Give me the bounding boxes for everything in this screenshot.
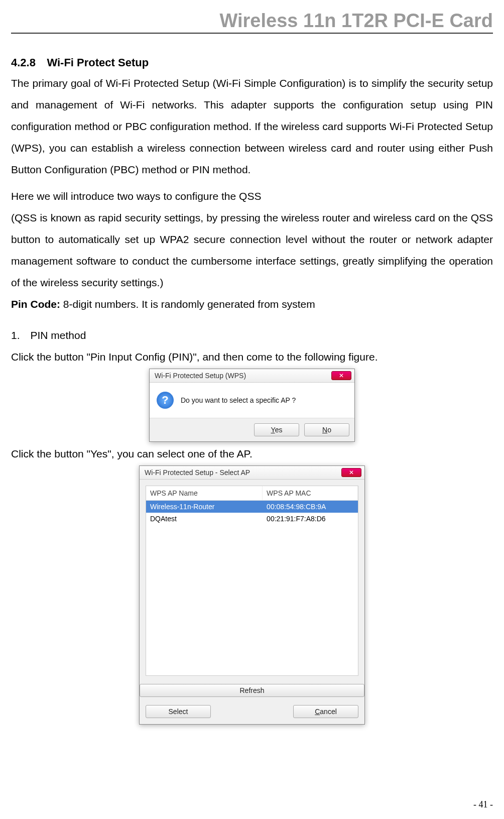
close-icon[interactable]: ✕ <box>341 468 361 477</box>
dialog-message: Do you want to select a specific AP ? <box>181 396 296 404</box>
col-header-name[interactable]: WPS AP Name <box>146 486 263 500</box>
close-icon[interactable]: ✕ <box>331 371 351 380</box>
wps-confirm-dialog: Wi-Fi Protected Setup (WPS) ✕ ? Do you w… <box>149 369 355 442</box>
no-button[interactable]: No <box>304 423 349 436</box>
pincode-text: 8-digit numbers. It is randomly generate… <box>60 298 315 310</box>
dialog2-title: Wi-Fi Protected Setup - Select AP <box>145 469 250 477</box>
table-row[interactable]: Wireless-11n-Router 00:08:54:98:CB:9A <box>146 501 358 513</box>
ap-name-cell: Wireless-11n-Router <box>146 501 263 513</box>
page-title-bar: Wireless 11n 1T2R PCI-E Card <box>11 10 493 34</box>
ap-mac-cell: 00:21:91:F7:A8:D6 <box>263 513 358 525</box>
dialog2-titlebar: Wi-Fi Protected Setup - Select AP ✕ <box>140 466 364 480</box>
table-row[interactable]: DQAtest 00:21:91:F7:A8:D6 <box>146 513 358 525</box>
refresh-button[interactable]: Refresh <box>140 684 364 697</box>
yes-button[interactable]: Yes <box>254 423 299 436</box>
paragraph-intro: The primary goal of Wi-Fi Protected Setu… <box>11 72 493 180</box>
dialog-titlebar: Wi-Fi Protected Setup (WPS) ✕ <box>150 369 354 383</box>
col-header-mac[interactable]: WPS AP MAC <box>263 486 358 500</box>
list-item-pin-method: 1. PIN method <box>11 324 493 346</box>
ap-list-header: WPS AP Name WPS AP MAC <box>146 486 358 501</box>
dialog2-bottom-row: Select Cancel <box>140 702 364 724</box>
page-number: - 41 - <box>473 799 493 810</box>
pincode-label: Pin Code: <box>11 298 60 310</box>
figure-caption-1: Click the button "Pin Input Config (PIN)… <box>11 346 493 368</box>
ap-list-panel: WPS AP Name WPS AP MAC Wireless-11n-Rout… <box>146 486 358 676</box>
cancel-button[interactable]: Cancel <box>293 705 358 718</box>
dialog-button-row: Yes No <box>150 418 354 441</box>
paragraph-qss-detail: (QSS is known as rapid security settings… <box>11 207 493 293</box>
paragraph-qss-intro: Here we will introduce two ways to confi… <box>11 185 493 207</box>
figure-caption-2: Click the button "Yes", you can select o… <box>11 443 493 464</box>
refresh-row: Refresh <box>140 682 364 702</box>
question-icon: ? <box>157 392 174 409</box>
ap-mac-cell: 00:08:54:98:CB:9A <box>263 501 358 513</box>
page-title: Wireless 11n 1T2R PCI-E Card <box>219 10 493 31</box>
select-button[interactable]: Select <box>146 705 211 718</box>
section-number: 4.2.8 <box>11 56 36 69</box>
section-heading: Wi-Fi Protect Setup <box>47 56 149 69</box>
list-empty-area <box>146 525 358 675</box>
ap-name-cell: DQAtest <box>146 513 263 525</box>
section-header: 4.2.8 Wi-Fi Protect Setup <box>11 56 493 69</box>
dialog-title: Wi-Fi Protected Setup (WPS) <box>155 372 246 380</box>
dialog-body: ? Do you want to select a specific AP ? <box>150 383 354 418</box>
wps-select-ap-dialog: Wi-Fi Protected Setup - Select AP ✕ WPS … <box>139 465 365 725</box>
